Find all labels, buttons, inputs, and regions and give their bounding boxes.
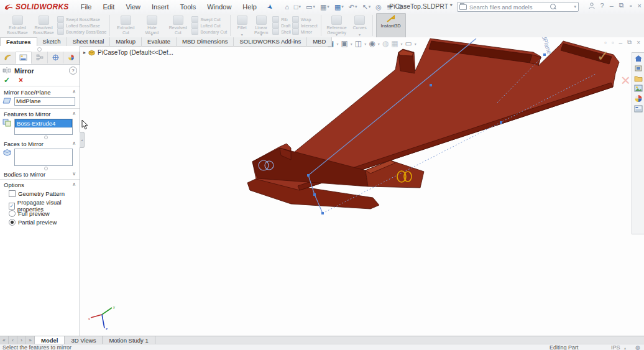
view-orientation-icon[interactable]: ▣ [341,39,347,48]
faces-to-mirror-listbox[interactable] [14,149,73,166]
feature-manager-tab[interactable] [0,52,16,63]
display-style-icon[interactable]: ◫ [355,39,362,48]
full-preview-radio[interactable]: Full preview [9,210,50,217]
tab-sheet-metal[interactable]: Sheet Metal [67,37,111,47]
custom-properties-icon[interactable] [634,105,643,113]
hide-show-items-icon[interactable]: ◉ [369,39,375,48]
chevron-up-icon[interactable]: ∧ [72,89,76,96]
doc-prev-icon[interactable]: ▫ [604,39,607,46]
instant3d-button[interactable]: Instant3D [376,13,406,38]
units-label[interactable]: IPS [611,344,620,350]
configuration-manager-tab[interactable] [32,52,48,63]
help-button[interactable]: ? [600,2,604,9]
chevron-up-icon[interactable]: ∧ [72,111,76,117]
home-button[interactable]: ⌂ [283,3,291,11]
home-tab-icon[interactable] [634,55,643,62]
tab-evaluate[interactable]: Evaluate [142,37,177,47]
menu-help[interactable]: Help [237,3,262,11]
caret-icon[interactable]: ▾ [299,4,301,9]
flyout-feature-tree[interactable]: ▸ PiCaseTop (Default<<Def... [83,49,173,56]
listbox-resize-handle[interactable] [44,167,48,170]
revolved-boss-base-button[interactable]: Revolved Boss/Base [31,14,56,37]
edit-appearance-icon[interactable]: ◍ [382,39,389,48]
tab-mbd[interactable]: MBD [307,37,332,47]
file-explorer-icon[interactable] [634,75,643,82]
tab-solidworks-add-ins[interactable]: SOLIDWORKS Add-ins [234,37,307,47]
wrap-button[interactable]: Wrap [292,17,318,22]
save-button[interactable]: ▦▾ [318,3,331,11]
tab-mbd-dimensions[interactable]: MBD Dimensions [177,37,234,47]
checkbox-icon[interactable]: ✓ [9,203,15,210]
radio-icon[interactable] [9,210,16,217]
cancel-button[interactable]: × [19,76,23,85]
menu-file[interactable]: File [75,3,98,11]
doc-close-button[interactable]: × [637,39,640,46]
apply-scene-icon[interactable]: ▦ [391,39,398,48]
revolved-cut-button[interactable]: Revolved Cut [165,14,190,37]
menu-view[interactable]: View [120,3,146,11]
close-button[interactable]: × [638,2,642,9]
ok-button[interactable]: ✓ [4,76,10,85]
search-box[interactable]: Search files and models ▾ [457,2,579,12]
checkbox-icon[interactable]: ✓ [9,190,16,197]
listbox-resize-handle[interactable] [44,136,48,139]
model-picasetop[interactable]: MidPlane [242,37,628,219]
open-button[interactable]: ▭▾ [304,3,317,11]
confirmation-ok-button[interactable]: ✓ [597,47,609,65]
doc-next-icon[interactable]: ▫ [612,39,614,46]
mirror-plane-input[interactable]: MidPlane [14,97,75,106]
tab-markup[interactable]: Markup [110,37,142,47]
features-to-mirror-listbox[interactable]: Boss-Extrude4 [14,119,73,135]
section-options[interactable]: Options ∧ [4,182,76,188]
confirmation-cancel-button[interactable]: × [621,71,630,90]
help-icon[interactable]: ? [69,67,77,75]
maximize-button[interactable]: ▫ [630,2,632,9]
panel-resize-handle[interactable] [37,47,42,52]
partial-preview-radio[interactable]: Partial preview [9,219,57,226]
caret-icon[interactable]: ▾ [341,4,344,9]
selected-feature-item[interactable]: Boss-Extrude4 [15,119,72,127]
caret-icon[interactable]: ▾ [355,4,357,9]
units-dropdown-caret[interactable]: ▴ [624,346,626,350]
tree-expand-icon[interactable]: ▸ [83,50,86,55]
undo-button[interactable]: ↶▾ [347,3,359,11]
section-mirror-face-plane[interactable]: Mirror Face/Plane ∧ [4,89,76,96]
swept-boss-base-button[interactable]: Swept Boss/Base [57,17,106,22]
section-faces-to-mirror[interactable]: Faces to Mirror ∧ [4,140,76,147]
caret-icon[interactable]: ▾ [574,4,576,9]
boundary-cut-button[interactable]: Boundary Cut [191,29,227,35]
geometry-pattern-checkbox[interactable]: ✓ Geometry Pattern [9,190,65,197]
doc-minimize-button[interactable]: – [619,39,622,46]
lofted-cut-button[interactable]: Lofted Cut [191,23,227,29]
doc-restore-button[interactable]: ⧉ [627,39,632,46]
extruded-cut-button[interactable]: Extruded Cut [113,14,138,37]
user-account-icon[interactable] [589,2,595,9]
curves-button[interactable]: Curves ▾ [351,14,369,37]
menu-window[interactable]: Window [201,3,237,11]
model-tab[interactable] [398,53,415,73]
display-manager-tab[interactable] [63,52,80,63]
view-settings-icon[interactable]: ▭ [405,39,412,48]
radio-icon[interactable] [9,219,16,226]
section-features-to-mirror[interactable]: Features to Mirror ∧ [4,111,76,117]
caret-icon[interactable]: ▾ [313,4,315,9]
search-icon[interactable] [550,4,556,9]
lofted-boss-base-button[interactable]: Lofted Boss/Base [57,23,106,29]
chevron-up-icon[interactable]: ∧ [72,182,76,188]
caret-icon[interactable]: ▾ [260,32,262,37]
tree-root-label[interactable]: PiCaseTop (Default<<Def... [98,49,173,56]
caret-icon[interactable]: ▾ [359,32,361,37]
draft-button[interactable]: Draft [272,23,291,29]
caret-icon[interactable]: ▾ [336,32,338,37]
graphics-area[interactable]: MidPlane ↺ ◪▾ ▣▾ ◫▾ ◉▾ ◍ ▦▾ ▭▾ ▫ ▫ [0,37,644,336]
property-manager-tab[interactable] [16,52,32,64]
menu-tools[interactable]: Tools [175,3,202,11]
view-palette-icon[interactable] [634,85,643,92]
linear-pattern-button[interactable]: Linear Pattern ▾ [251,14,271,37]
tab-features[interactable]: Features [0,37,37,47]
extruded-boss-base-button[interactable]: Extruded Boss/Base [5,14,30,37]
dimxpert-manager-tab[interactable] [48,52,64,63]
section-bodies-to-mirror[interactable]: Bodies to Mirror ∨ [4,171,76,178]
status-globe-icon[interactable]: ◍ [635,344,640,350]
reference-geometry-button[interactable]: Reference Geometry ▾ [324,14,349,37]
